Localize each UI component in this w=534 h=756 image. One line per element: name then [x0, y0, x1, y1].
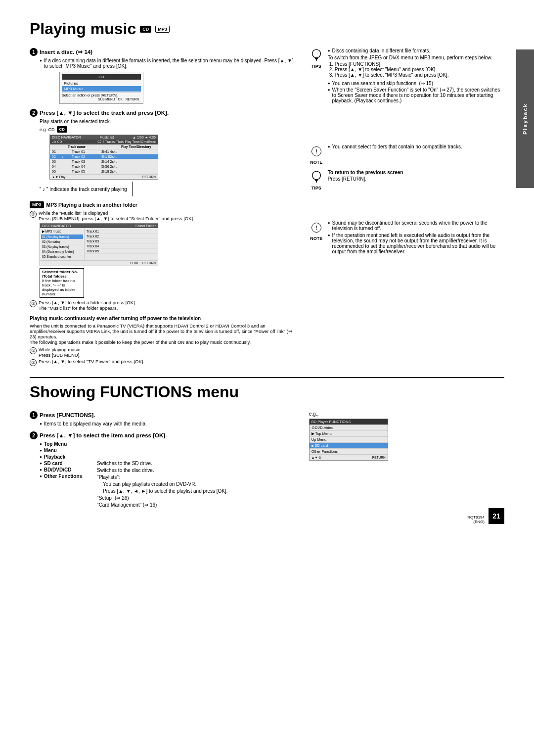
folder-03: 03 (No play tracks) — [41, 244, 83, 249]
func-step1-body: Items to be displayed may vary with the … — [40, 421, 294, 426]
func-screen-up-menu: Up Menu — [310, 437, 388, 443]
mp3-folder-title: MP3 MP3 Playing a track in another folde… — [30, 201, 294, 208]
note-content-2: Sound may be discontinued for several se… — [328, 220, 504, 255]
func-screen-footer: ▲▼ ⊙RETURN — [310, 455, 388, 460]
cd-row-4: 04 Track 04 5h56 2s4t — [50, 164, 158, 169]
note-icon-2: ! — [309, 220, 324, 235]
step2-header: 2 Press [▲, ▼] to select the track and p… — [30, 109, 294, 117]
track-03: Track 03 — [86, 239, 157, 244]
cd-row-2: 02 ♪ Track 02 4h1 82s4t — [50, 154, 158, 159]
step2-body: Play starts on the selected track. e.g. … — [40, 119, 294, 196]
playback-sidebar: Playback — [516, 49, 534, 188]
mp3-sub-step1: ① While the "Music list" is displayed Pr… — [30, 210, 294, 221]
folder-mp3: ▶ MP3 music — [41, 229, 83, 235]
rqt-code: RQT9194 (ENG) — [467, 515, 485, 524]
folder-05: 05 Standard counter — [41, 254, 83, 259]
svg-point-2 — [312, 171, 320, 180]
folder-left-panel: ▶ MP3 music 01 (No play tracks) 02 (No d… — [40, 228, 85, 260]
folder-footer: ⊙ OKRETURN — [40, 260, 158, 266]
note-content-1: You cannot select folders that contain n… — [328, 144, 504, 150]
track-01: Track 01 — [86, 229, 157, 234]
note-box-1: ! NOTE You cannot select folders that co… — [309, 144, 504, 165]
cd-row-3: 03 Track 03 2h14 2s4t — [50, 159, 158, 164]
func-step2-header: 2 Press [▲, ▼] to select the item and pr… — [30, 431, 294, 439]
track-04: Track 04 — [86, 244, 157, 249]
cont-step2: ② Press [▲, ▼] to select "TV Power" and … — [30, 359, 294, 366]
screen-item-mp3: MP3 Music — [62, 86, 141, 92]
step1-num: 1 — [30, 48, 38, 56]
cd-sub-header: ♩⊙ CD C7.5 Tracks / Total Play Time:52m:… — [50, 140, 158, 144]
selected-folder-info: Selected folder No. /Total folders If th… — [40, 268, 294, 298]
note-label-1: NOTE — [310, 160, 322, 165]
tips-label-1: TIPS — [312, 64, 321, 69]
playing-music-title: Playing music CD MP3 — [30, 20, 170, 38]
folder-screen: DISC NAVIGATOR Select Folder ▶ MP3 music… — [40, 223, 158, 266]
cd-badge: CD — [140, 26, 151, 33]
folder-01: 01 (No play tracks) — [41, 235, 83, 239]
eg-cd-badge: CD — [57, 126, 68, 133]
cont-step1: ① While playing music Press [SUB MENU]. — [30, 347, 294, 358]
tips-icon-1 — [309, 48, 324, 63]
folder-right-panel: Track 01 Track 02 Track 03 Track 04 Trac… — [85, 228, 158, 260]
step1-bullet1: If a disc containing data in different f… — [40, 58, 294, 69]
cd-track-screen: DISC NAVIGATOR Music list ▲ 1/60 ◄ 4:36 … — [49, 135, 158, 180]
func-screen-top-menu: ▶ Top Menu — [310, 431, 388, 437]
func-step1-num: 1 — [30, 411, 38, 419]
mp3-sub-step2: ② Press [▲, ▼] to select a folder and pr… — [30, 300, 294, 311]
mp3-badge: MP3 — [155, 26, 170, 33]
screen-item-pictures: Pictures — [62, 81, 141, 86]
cd-footer: ▲▼ PlayRETURN — [50, 174, 158, 179]
cd-selection-screen: CD Pictures MP3 Music Select an action o… — [59, 72, 143, 104]
cd-col-headers: Track name Play Time/Directory — [50, 144, 158, 149]
note-label-2: NOTE — [310, 236, 322, 241]
folder-screen-header: DISC NAVIGATOR Select Folder — [40, 224, 158, 228]
functions-screen: BD Player FUNCTIONS ⊙DVD-Video ▶ Top Men… — [309, 419, 388, 461]
func-screen-header1: BD Player FUNCTIONS — [310, 419, 388, 425]
step2-num: 2 — [30, 109, 38, 117]
tips-content-1: Discs containing data in different file … — [328, 48, 504, 104]
cd-row-1: 01 Track 01 3h41 4s4t — [50, 149, 158, 154]
func-step1-header: 1 Press [FUNCTIONS]. — [30, 411, 294, 419]
tips-label-2: TIPS — [312, 186, 321, 190]
func-screen-header2: ⊙DVD-Video — [310, 425, 388, 431]
note-icon-1: ! — [309, 144, 324, 159]
tips-icon-2 — [309, 170, 324, 185]
func-screen-other: Other Functions — [310, 449, 388, 455]
folder-02: 02 (No data) — [41, 239, 83, 244]
folder-04: 04 (Data empty folder) — [41, 249, 83, 254]
func-step2-body: Top Menu Menu Playback SD card BD/DVD/CD… — [40, 441, 294, 509]
note-box-2: ! NOTE Sound may be discontinued for sev… — [309, 220, 504, 255]
continuous-body: When the unit is connected to a Panasoni… — [30, 323, 294, 345]
cd-screen-header: DISC NAVIGATOR Music list ▲ 1/60 ◄ 4:36 — [50, 135, 158, 140]
screen-title: CD — [62, 74, 141, 80]
eg-label: e.g., — [309, 411, 504, 417]
func-screen-sd-card: ■ SD card — [310, 443, 388, 449]
cd-row-5: 05 Track 05 2h18 2s4t — [50, 169, 158, 174]
continuous-section: Playing music continuously even after tu… — [30, 316, 294, 366]
folder-screen-body: ▶ MP3 music 01 (No play tracks) 02 (No d… — [40, 228, 158, 260]
svg-point-0 — [312, 49, 320, 58]
indicator-line: " ♪ " indicates the track currently play… — [40, 182, 294, 196]
step1-header: 1 Insert a disc. (⇒ 14) — [30, 48, 294, 56]
tips-content-2: To return to the previous screen Press [… — [328, 170, 504, 183]
tips-box-2: TIPS To return to the previous screen Pr… — [309, 170, 504, 190]
section-divider — [30, 377, 504, 378]
screen-footer: Select an action or press [RETURN]. — [62, 93, 141, 97]
func-step2-num: 2 — [30, 431, 38, 439]
continuous-title: Playing music continuously even after tu… — [30, 316, 294, 321]
track-05: Track 05 — [86, 249, 157, 254]
step1-body: If a disc containing data in different f… — [40, 58, 294, 104]
tips-box-1: TIPS Discs containing data in different … — [309, 48, 504, 104]
functions-menu-title: Showing FUNCTIONS menu — [30, 383, 239, 401]
page-number: 21 — [489, 508, 504, 524]
track-02: Track 02 — [86, 234, 157, 239]
